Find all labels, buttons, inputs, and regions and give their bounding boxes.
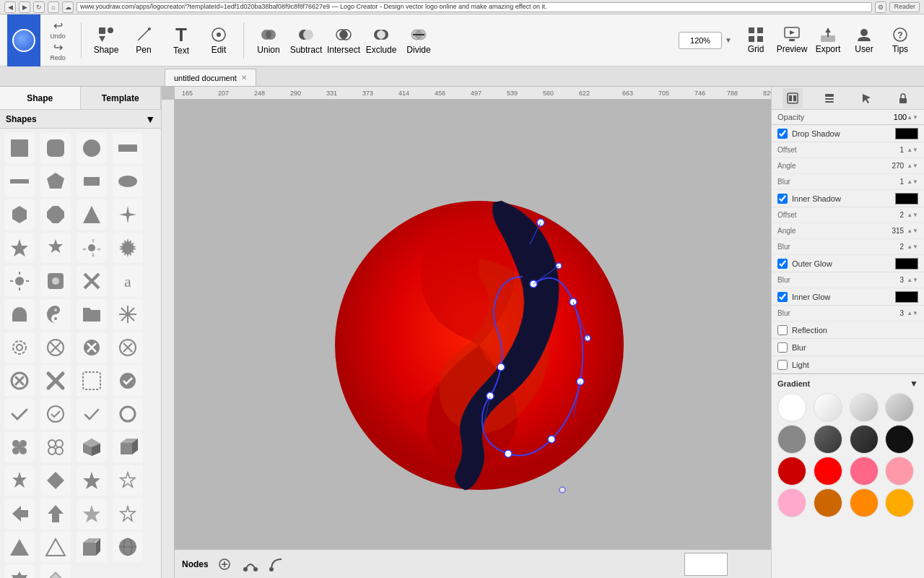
node-tool-2[interactable] [240, 554, 261, 574]
node-tool-1[interactable] [214, 554, 235, 574]
doc-tab-close[interactable]: ✕ [241, 74, 247, 82]
shape-triangle[interactable] [77, 199, 107, 230]
swatch-red3[interactable] [850, 457, 879, 486]
shape-clover2[interactable] [40, 432, 71, 462]
shape-circle-x3[interactable] [4, 366, 35, 396]
rp-layers-icon[interactable] [819, 88, 840, 108]
shape-4star[interactable] [113, 199, 143, 230]
document-tab[interactable]: untitled document ✕ [165, 69, 256, 86]
shape-star5b[interactable] [113, 465, 143, 496]
is-blur-value[interactable]: 2 [828, 243, 907, 251]
shape-xbubble[interactable] [40, 332, 71, 363]
shape-cube2[interactable] [77, 532, 107, 562]
reader-button[interactable]: Reader [889, 2, 920, 12]
back-button[interactable]: ◀ [4, 1, 16, 13]
shape-short-rect[interactable] [77, 166, 107, 197]
shape-hexagon[interactable] [4, 199, 35, 230]
is-offset-arrows[interactable]: ▲▼ [907, 212, 918, 218]
cloud-button[interactable]: ☁ [62, 1, 74, 13]
tab-template[interactable]: Template [81, 87, 162, 109]
shape-diamond2[interactable] [40, 565, 71, 578]
shape-snowflake[interactable] [113, 299, 143, 329]
shape-5star2[interactable] [77, 499, 107, 529]
opacity-value[interactable]: 100 [881, 113, 907, 121]
ds-angle-arrows[interactable]: ▲▼ [907, 163, 918, 169]
swatch-red4[interactable] [885, 457, 914, 486]
ds-angle-value[interactable]: 270 [828, 162, 907, 170]
drop-shadow-checkbox[interactable] [777, 129, 788, 139]
shape-folder[interactable] [77, 299, 107, 329]
shape-cog2[interactable] [4, 332, 35, 363]
settings-button[interactable]: ⚙ [875, 1, 886, 13]
ig-blur-arrows[interactable]: ▲▼ [907, 310, 918, 316]
swatch-orange1[interactable] [814, 488, 842, 517]
shape-burst[interactable] [113, 233, 143, 263]
shape-clover[interactable] [4, 432, 35, 462]
swatch-white2[interactable] [814, 393, 842, 422]
url-bar[interactable]: www.youdraw.com/apps/logocreator/?templa… [77, 2, 872, 12]
preview-tool[interactable]: Preview [775, 19, 808, 62]
inner-glow-checkbox[interactable] [777, 292, 788, 302]
shape-ellipse[interactable] [113, 166, 143, 197]
shape-check-circle2[interactable] [40, 399, 71, 429]
ig-blur-value[interactable]: 3 [828, 309, 907, 317]
swatch-white1[interactable] [777, 393, 806, 422]
home-button[interactable]: ⌂ [48, 1, 59, 13]
forward-button[interactable]: ▶ [19, 1, 30, 13]
shape-star5[interactable] [77, 465, 107, 496]
edit-tool[interactable]: Edit [200, 19, 237, 62]
shape-check-sm[interactable] [77, 399, 107, 429]
shape-6star[interactable] [40, 233, 71, 263]
shape-gear[interactable] [77, 233, 107, 263]
pen-tool[interactable]: Pen [125, 19, 162, 62]
shape-check-plain[interactable] [4, 399, 35, 429]
is-angle-arrows[interactable]: ▲▼ [907, 228, 918, 234]
user-tool[interactable]: User [847, 19, 881, 62]
shape-half-circle[interactable] [4, 299, 35, 329]
redo-button[interactable]: ↪ Redo [48, 41, 68, 61]
swatch-gray3[interactable] [850, 425, 879, 454]
shape-ring[interactable] [113, 399, 143, 429]
shape-5star3[interactable] [113, 499, 143, 529]
intersect-tool[interactable]: Intersect [325, 19, 362, 62]
grid-tool[interactable]: Grid [739, 19, 772, 62]
shape-wide-rect[interactable] [113, 133, 143, 163]
swatch-pink1[interactable] [777, 488, 806, 517]
node-tool-3[interactable] [266, 554, 287, 574]
shape-triangle2[interactable] [4, 532, 35, 562]
shapes-dropdown[interactable]: ▼ [145, 113, 155, 125]
shape-thin-rect[interactable] [4, 166, 35, 197]
canvas-background[interactable] [175, 100, 771, 578]
swatch-orange2[interactable] [850, 488, 879, 517]
is-angle-value[interactable]: 315 [828, 227, 907, 235]
shape-cube[interactable] [77, 432, 107, 462]
inner-shadow-color[interactable] [895, 193, 918, 204]
divide-tool[interactable]: Divide [400, 19, 437, 62]
shape-sphere[interactable] [113, 532, 143, 562]
shape-circle-x2[interactable] [113, 332, 143, 363]
shape-yin[interactable] [40, 299, 71, 329]
shape-rounded-rect[interactable] [40, 133, 71, 163]
swatch-gray1[interactable] [777, 425, 806, 454]
shape-sun[interactable] [4, 266, 35, 296]
outer-glow-color[interactable] [895, 258, 918, 269]
shape-x-thick[interactable] [40, 366, 71, 396]
shape-diamond[interactable] [40, 465, 71, 496]
rp-lock-icon[interactable] [893, 88, 913, 108]
text-tool[interactable]: T Text [162, 19, 200, 62]
export-tool[interactable]: Export [811, 19, 845, 62]
ds-blur-value[interactable]: 1 [828, 178, 907, 186]
opacity-arrows[interactable]: ▲▼ [907, 114, 918, 121]
shape-arrow-left[interactable] [4, 499, 35, 529]
logo-artwork[interactable] [306, 158, 653, 504]
rp-cursor-icon[interactable] [856, 88, 876, 108]
shape-check-circle[interactable] [113, 366, 143, 396]
shape-octagon[interactable] [40, 199, 71, 230]
shape-tool[interactable]: Shape [87, 19, 125, 62]
swatch-yellow1[interactable] [885, 488, 914, 517]
rp-properties-icon[interactable] [783, 88, 803, 108]
swatch-white4[interactable] [885, 393, 914, 422]
tab-shape[interactable]: Shape [0, 87, 81, 109]
refresh-button[interactable]: ↻ [33, 1, 45, 13]
drop-shadow-color[interactable] [895, 128, 918, 139]
